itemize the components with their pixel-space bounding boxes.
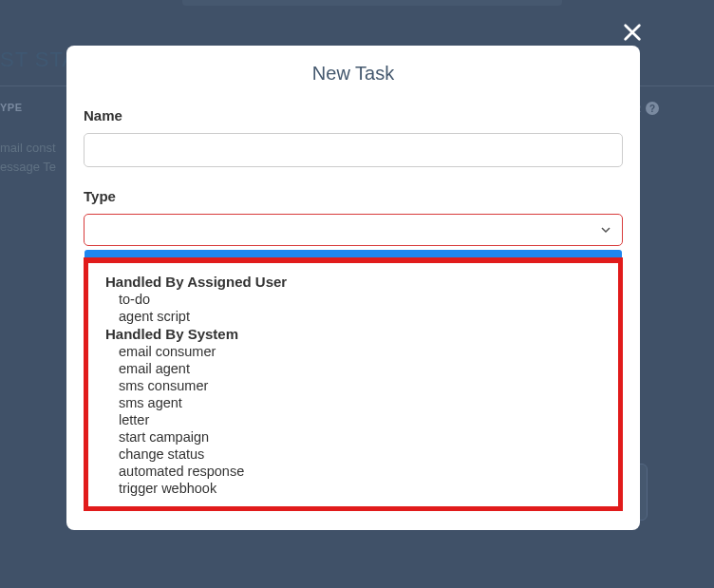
- type-label: Type: [84, 188, 623, 204]
- dropdown-item[interactable]: trigger webhook: [92, 480, 614, 497]
- dropdown-item[interactable]: email agent: [92, 360, 614, 377]
- dropdown-item[interactable]: sms consumer: [92, 377, 614, 394]
- dropdown-item[interactable]: change status: [92, 446, 614, 463]
- bg-top-panel: [182, 0, 562, 6]
- modal-title: New Task: [84, 63, 623, 85]
- bg-row-2: essage Te: [0, 160, 56, 174]
- dropdown-item[interactable]: agent script: [92, 308, 614, 325]
- dropdown-item[interactable]: to-do: [92, 291, 614, 308]
- dropdown-group-header: Handled By System: [92, 325, 614, 343]
- help-icon: ?: [646, 102, 659, 115]
- close-icon: [622, 22, 643, 43]
- dropdown-item[interactable]: automated response: [92, 463, 614, 480]
- dropdown-item[interactable]: start campaign: [92, 428, 614, 446]
- close-button[interactable]: [619, 19, 646, 46]
- bg-row-1: mail const: [0, 141, 56, 155]
- name-label: Name: [84, 107, 623, 123]
- dropdown-group-header: Handled By Assigned User: [92, 273, 614, 291]
- new-task-modal: New Task Name Type Handled By Assigned U…: [66, 46, 640, 530]
- type-select[interactable]: [84, 214, 623, 246]
- name-input[interactable]: [84, 133, 623, 167]
- dropdown-highlight-bar: [85, 250, 622, 257]
- bg-col-type: YPE: [0, 102, 23, 113]
- dropdown-item[interactable]: email consumer: [92, 343, 614, 360]
- chevron-down-icon: [601, 221, 611, 238]
- dropdown-item[interactable]: letter: [92, 411, 614, 428]
- dropdown-item[interactable]: sms agent: [92, 394, 614, 411]
- type-dropdown: Handled By Assigned Userto-doagent scrip…: [84, 257, 623, 511]
